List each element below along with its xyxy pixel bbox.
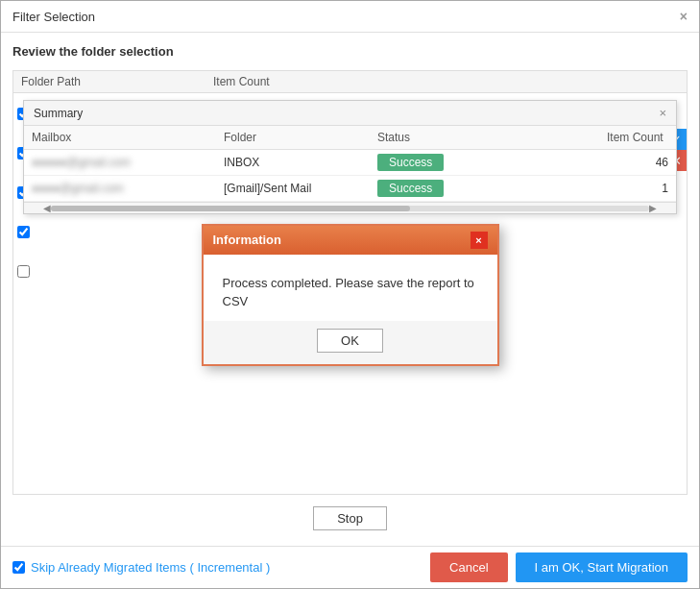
dialog-message: Process completed. Please save the repor… [223, 276, 474, 309]
information-dialog: Information × Process completed. Please … [202, 224, 499, 366]
dialog-body: Process completed. Please save the repor… [204, 255, 497, 321]
dialog-title-bar: Information × [204, 226, 497, 255]
main-window: Filter Selection × Review the folder sel… [0, 0, 700, 589]
ok-button[interactable]: OK [317, 329, 383, 353]
dialog-title: Information [213, 233, 282, 247]
dialog-footer: OK [204, 321, 497, 364]
dialog-overlay: Information × Process completed. Please … [1, 1, 699, 588]
dialog-close-button[interactable]: × [471, 232, 488, 249]
